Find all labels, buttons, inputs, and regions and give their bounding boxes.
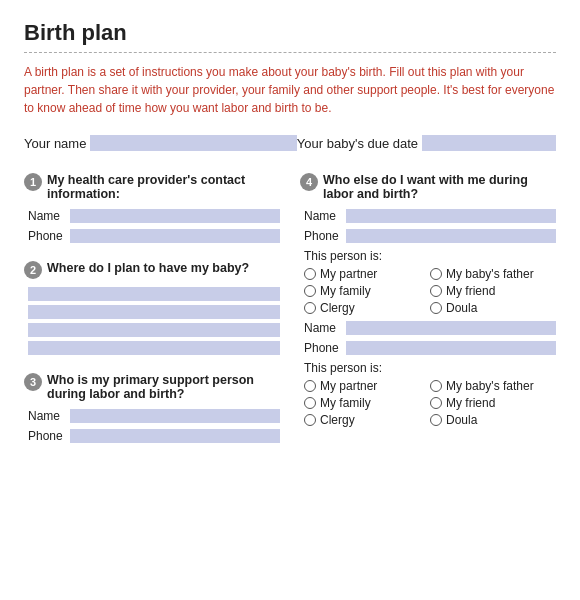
section-3-number: 3 [24,373,42,391]
section-4-name-input[interactable] [346,209,556,223]
section-1-phone-row: Phone [28,229,280,243]
radio-circle-clergy-1 [304,302,316,314]
section-4-phone-input[interactable] [346,229,556,243]
section-1-title: 1 My health care provider's contact info… [24,173,280,201]
section-3-phone-input[interactable] [70,429,280,443]
section-4-name-row: Name [304,209,556,223]
section-4b-phone-label: Phone [304,341,342,355]
this-person-is-label-1: This person is: [304,249,556,263]
radio-item-clergy-2[interactable]: Clergy [304,413,430,427]
radio-item-father-2[interactable]: My baby's father [430,379,556,393]
left-column: 1 My health care provider's contact info… [24,173,280,461]
this-person-is-label-2: This person is: [304,361,556,375]
section-1: 1 My health care provider's contact info… [24,173,280,243]
section-2-line-1[interactable] [28,287,280,301]
radio-row-1-1: My partner My baby's father [304,267,556,281]
section-3: 3 Who is my primary support person durin… [24,373,280,443]
top-fields-row: Your name Your baby's due date [24,135,556,151]
section-4-title: 4 Who else do I want with me during labo… [300,173,556,201]
due-date-field-group: Your baby's due date [297,135,556,151]
page-title: Birth plan [24,20,556,46]
radio-circle-doula-2 [430,414,442,426]
section-4-number: 4 [300,173,318,191]
title-divider [24,52,556,53]
section-2-number: 2 [24,261,42,279]
radio-circle-friend-2 [430,397,442,409]
radio-circle-family-2 [304,397,316,409]
radio-item-clergy-1[interactable]: Clergy [304,301,430,315]
section-2-textarea [28,287,280,355]
radio-circle-doula-1 [430,302,442,314]
section-1-phone-label: Phone [28,229,66,243]
section-2-line-3[interactable] [28,323,280,337]
section-1-number: 1 [24,173,42,191]
intro-text: A birth plan is a set of instructions yo… [24,63,556,117]
main-grid: 1 My health care provider's contact info… [24,173,556,461]
radio-item-doula-1[interactable]: Doula [430,301,556,315]
section-3-name-input[interactable] [70,409,280,423]
section-4: 4 Who else do I want with me during labo… [300,173,556,427]
radio-circle-clergy-2 [304,414,316,426]
section-4-name-label: Name [304,209,342,223]
radio-group-2: My partner My baby's father My family [304,379,556,427]
section-4b-name-label: Name [304,321,342,335]
radio-item-partner-2[interactable]: My partner [304,379,430,393]
section-1-phone-input[interactable] [70,229,280,243]
radio-row-2-2: My family My friend [304,396,556,410]
radio-item-family-1[interactable]: My family [304,284,430,298]
section-2-line-4[interactable] [28,341,280,355]
radio-item-doula-2[interactable]: Doula [430,413,556,427]
right-column: 4 Who else do I want with me during labo… [300,173,556,461]
section-3-title: 3 Who is my primary support person durin… [24,373,280,401]
name-field-group: Your name [24,135,297,151]
due-date-label: Your baby's due date [297,136,418,151]
radio-circle-father-1 [430,268,442,280]
radio-item-partner-1[interactable]: My partner [304,267,430,281]
section-1-name-label: Name [28,209,66,223]
section-4b-phone-input[interactable] [346,341,556,355]
radio-circle-father-2 [430,380,442,392]
due-date-input[interactable] [422,135,556,151]
section-2: 2 Where do I plan to have my baby? [24,261,280,355]
birth-plan-page: Birth plan A birth plan is a set of inst… [0,0,580,600]
section-3-name-label: Name [28,409,66,423]
radio-circle-partner-1 [304,268,316,280]
radio-item-father-1[interactable]: My baby's father [430,267,556,281]
section-4-phone-row: Phone [304,229,556,243]
radio-item-friend-2[interactable]: My friend [430,396,556,410]
section-4-phone-label: Phone [304,229,342,243]
section-1-name-input[interactable] [70,209,280,223]
section-4b-phone-row: Phone [304,341,556,355]
section-4b-name-input[interactable] [346,321,556,335]
radio-item-friend-1[interactable]: My friend [430,284,556,298]
radio-row-1-2: My family My friend [304,284,556,298]
section-2-title: 2 Where do I plan to have my baby? [24,261,280,279]
name-input[interactable] [90,135,296,151]
section-3-phone-label: Phone [28,429,66,443]
radio-row-2-3: Clergy Doula [304,413,556,427]
name-label: Your name [24,136,86,151]
radio-circle-partner-2 [304,380,316,392]
radio-item-family-2[interactable]: My family [304,396,430,410]
section-3-name-row: Name [28,409,280,423]
radio-row-2-1: My partner My baby's father [304,379,556,393]
radio-row-1-3: Clergy Doula [304,301,556,315]
radio-circle-friend-1 [430,285,442,297]
section-1-name-row: Name [28,209,280,223]
radio-group-1: My partner My baby's father My family [304,267,556,315]
section-2-line-2[interactable] [28,305,280,319]
section-4b-name-row: Name [304,321,556,335]
section-3-phone-row: Phone [28,429,280,443]
radio-circle-family-1 [304,285,316,297]
